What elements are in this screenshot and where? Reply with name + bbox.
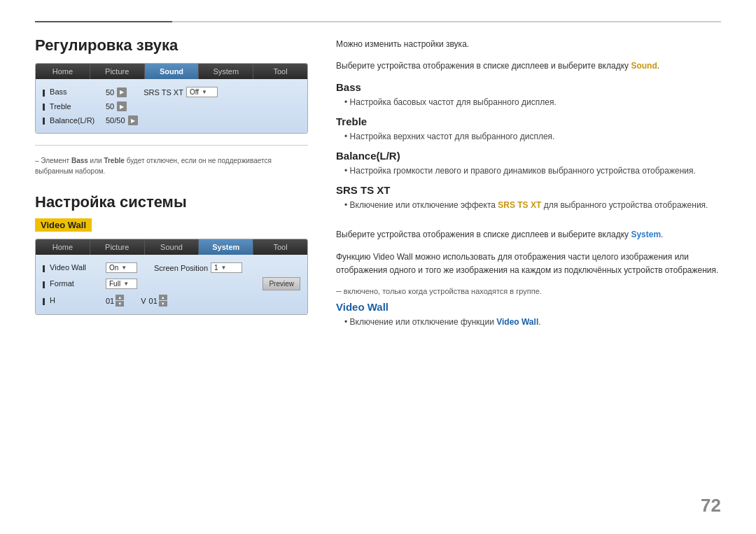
- format-indicator: [43, 281, 45, 288]
- right-sound-section: Можно изменить настройки звука. Выберите…: [336, 38, 721, 211]
- sound-link: Sound: [631, 61, 657, 71]
- srs-dd-arrow: ▼: [202, 89, 207, 95]
- section-sound-title: Регулировка звука: [35, 36, 308, 55]
- section-sound: Регулировка звука Home Picture Sound Sys…: [35, 36, 308, 176]
- sound-intro2: Выберите устройства отображения в списке…: [336, 59, 721, 73]
- section-system: Настройка системы Video Wall Home Pictur…: [35, 193, 308, 315]
- right-system-section: Выберите устройства отображения в списке…: [336, 228, 721, 328]
- sp-dropdown[interactable]: 1 ▼: [211, 262, 242, 273]
- balance-value: 50/50 ▶: [106, 115, 138, 125]
- bass-indicator: [43, 90, 45, 97]
- v-up-arrow[interactable]: ▲: [159, 295, 167, 300]
- treble-feature-title: Treble: [336, 115, 721, 127]
- sound-note: – Элемент Bass или Treble будет отключен…: [35, 155, 308, 176]
- balance-indicator: [43, 118, 45, 125]
- srs-dropdown[interactable]: Off ▼: [186, 87, 218, 97]
- page-container: Регулировка звука Home Picture Sound Sys…: [0, 0, 756, 534]
- system-note: включено, только когда устройства находя…: [336, 286, 721, 297]
- page-number: 72: [701, 495, 721, 517]
- system-intro2: Функцию Video Wall можно использовать дл…: [336, 251, 721, 277]
- srs-row-inline: SRS TS XT Off ▼: [141, 87, 218, 97]
- bass-row: Bass 50 ▶ SRS TS XT Off: [43, 85, 300, 99]
- vw-feature-desc: Включение или отключение функции Video W…: [336, 316, 721, 328]
- v-stepper[interactable]: 01 ▲ ▼: [149, 295, 167, 307]
- video-wall-badge: Video Wall: [35, 218, 92, 232]
- treble-label: Treble: [43, 102, 106, 111]
- tab-picture[interactable]: Picture: [90, 64, 145, 79]
- panel-tabs-sound: Home Picture Sound System Tool: [36, 64, 307, 79]
- system-panel: Home Picture Sound System Tool Video Wal…: [35, 239, 308, 315]
- vw-desc-link: Video Wall: [496, 317, 538, 327]
- srs-feature-title: SRS TS XT: [336, 184, 721, 196]
- balance-label: Balance(L/R): [43, 116, 106, 125]
- bass-feature-desc: Настройка басовых частот для выбранного …: [336, 96, 721, 108]
- treble-feature-desc: Настройка верхних частот для выбранного …: [336, 130, 721, 143]
- sound-panel: Home Picture Sound System Tool Bass: [35, 63, 308, 134]
- balance-row: Balance(L/R) 50/50 ▶: [43, 113, 300, 127]
- v-stepper-arrows[interactable]: ▲ ▼: [159, 295, 167, 307]
- vw-dropdown[interactable]: On ▼: [106, 262, 137, 273]
- h-stepper[interactable]: 01 ▲ ▼: [106, 295, 124, 307]
- tab-sound[interactable]: Sound: [145, 64, 200, 79]
- srs-link: SRS TS XT: [498, 200, 541, 210]
- h-up-arrow[interactable]: ▲: [115, 295, 124, 300]
- vw-feature-title: Video Wall: [336, 301, 721, 313]
- v-group: V 01 ▲ ▼: [138, 295, 167, 307]
- system-intro1: Выберите устройства отображения в списке…: [336, 228, 721, 241]
- system-panel-body: Video Wall On ▼ Screen Position 1: [36, 255, 307, 314]
- sys-tab-sound[interactable]: Sound: [145, 239, 200, 255]
- tab-tool[interactable]: Tool: [253, 64, 307, 79]
- treble-indicator: [43, 104, 45, 111]
- srs-feature-desc: Включение или отключение эффекта SRS TS …: [336, 199, 721, 211]
- format-dropdown[interactable]: Full ▼: [106, 279, 137, 289]
- divider1: [35, 145, 308, 146]
- balance-feature-desc: Настройка громкости левого и правого дин…: [336, 164, 721, 177]
- treble-arrow-btn[interactable]: ▶: [117, 101, 127, 111]
- format-dd-arrow: ▼: [123, 281, 129, 287]
- format-label: Format: [43, 279, 106, 288]
- format-row: Format Full ▼ Preview: [43, 275, 300, 293]
- screen-position-group: Screen Position 1 ▼: [151, 262, 242, 273]
- hv-row: H 01 ▲ ▼ V: [43, 293, 300, 309]
- treble-row: Treble 50 ▶: [43, 99, 300, 113]
- sys-tab-system[interactable]: System: [199, 239, 253, 255]
- h-down-arrow[interactable]: ▼: [115, 301, 124, 307]
- bass-feature-title: Bass: [336, 81, 721, 93]
- sys-tab-home[interactable]: Home: [36, 239, 90, 255]
- v-down-arrow[interactable]: ▼: [159, 301, 167, 307]
- tab-system[interactable]: System: [199, 64, 253, 79]
- sound-panel-body: Bass 50 ▶ SRS TS XT Off: [36, 79, 307, 133]
- balance-arrow-btn[interactable]: ▶: [128, 115, 138, 125]
- bass-value: 50 ▶: [106, 87, 127, 97]
- sys-tab-tool[interactable]: Tool: [253, 239, 307, 255]
- tab-home[interactable]: Home: [36, 64, 90, 79]
- content-area: Регулировка звука Home Picture Sound Sys…: [35, 36, 721, 513]
- h-stepper-arrows[interactable]: ▲ ▼: [115, 295, 124, 307]
- preview-button[interactable]: Preview: [262, 277, 300, 290]
- video-wall-row: Video Wall On ▼ Screen Position 1: [43, 260, 300, 275]
- left-column: Регулировка звука Home Picture Sound Sys…: [35, 36, 308, 513]
- bass-label: Bass: [43, 87, 106, 96]
- panel-tabs-system: Home Picture Sound System Tool: [36, 239, 307, 255]
- vw-label: Video Wall: [43, 263, 106, 272]
- sound-intro1: Можно изменить настройки звука.: [336, 38, 721, 51]
- preview-btn-container: Preview: [262, 277, 300, 290]
- balance-feature-title: Balance(L/R): [336, 150, 721, 162]
- system-link: System: [631, 230, 661, 239]
- vw-dd-arrow: ▼: [121, 265, 127, 271]
- sp-dd-arrow: ▼: [221, 265, 227, 271]
- top-decorative-line: [35, 21, 721, 22]
- sys-tab-picture[interactable]: Picture: [90, 239, 145, 255]
- h-indicator: [43, 298, 45, 305]
- right-column: Можно изменить настройки звука. Выберите…: [336, 36, 721, 513]
- bass-arrow-btn[interactable]: ▶: [117, 87, 127, 97]
- h-label: H: [43, 296, 106, 304]
- treble-value: 50 ▶: [106, 101, 127, 111]
- vw-indicator: [43, 265, 45, 272]
- section-system-title: Настройка системы: [35, 193, 308, 211]
